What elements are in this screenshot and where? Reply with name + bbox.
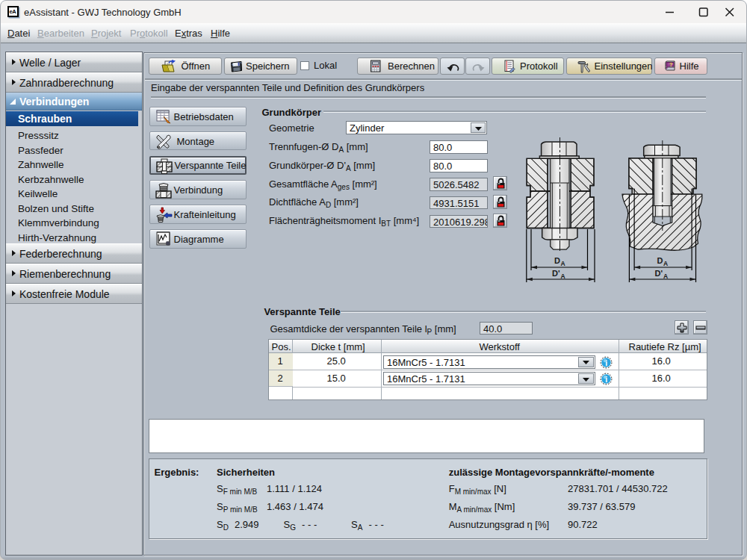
- svg-text:A: A: [561, 273, 565, 280]
- svg-text:D': D': [552, 269, 560, 278]
- svg-text:D: D: [657, 256, 663, 265]
- svg-text:A: A: [663, 273, 668, 280]
- svg-text:D': D': [655, 269, 663, 278]
- svg-text:i: i: [605, 358, 607, 367]
- svg-text:?: ?: [669, 60, 673, 67]
- svg-text:A: A: [561, 260, 565, 267]
- svg-text:i: i: [605, 375, 607, 384]
- svg-text:A: A: [663, 260, 668, 267]
- svg-text:D: D: [554, 256, 560, 265]
